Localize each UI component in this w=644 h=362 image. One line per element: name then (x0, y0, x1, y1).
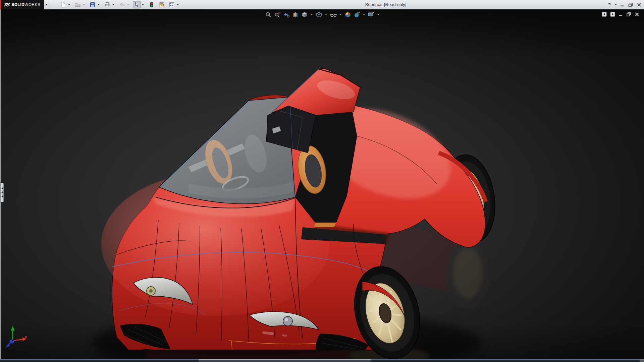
view-settings-dropdown[interactable] (377, 14, 379, 15)
view-orientation-dropdown[interactable] (311, 14, 313, 15)
pane-right-arrow-icon (610, 12, 615, 17)
display-style-button[interactable] (315, 10, 323, 19)
color-ball-icon (344, 11, 351, 18)
menu-expand-button[interactable] (44, 0, 49, 9)
y-axis-arrowhead (11, 326, 15, 331)
cursor-arrow-icon (134, 2, 140, 8)
solidworks-wordmark: SOLIDWORKS (11, 2, 40, 7)
collapse-pane-button[interactable] (602, 12, 607, 17)
minimize-document-button[interactable] (619, 12, 623, 16)
standard-toolbar (59, 1, 182, 8)
file-properties-button[interactable] (158, 1, 165, 8)
print-dropdown[interactable] (112, 4, 114, 5)
view-orientation-button[interactable] (300, 10, 309, 19)
document-window-controls (602, 12, 639, 17)
window-controls: ? (606, 0, 642, 9)
traffic-light-icon (149, 2, 155, 8)
close-document-button[interactable] (635, 12, 639, 17)
document-title: Supercar [Read-only] (365, 0, 407, 9)
checklist-icon (169, 2, 175, 8)
wireframe-cube-icon (316, 11, 322, 18)
restore-button[interactable] (628, 1, 634, 8)
restore-icon (626, 12, 631, 17)
3ds-logo-mark: 3S (4, 2, 10, 7)
select-dropdown[interactable] (142, 4, 144, 5)
car-model-3d[interactable] (1, 9, 644, 359)
print-button[interactable] (103, 1, 111, 8)
save-dropdown[interactable] (98, 4, 100, 5)
save-floppy-icon (90, 2, 96, 8)
orientation-cube-icon (301, 11, 308, 18)
view-settings-button[interactable] (367, 10, 375, 19)
left-arrow-icon (1, 191, 3, 193)
solidworks-window: 3S SOLIDWORKS (0, 0, 644, 362)
magnifier-area-icon (274, 11, 281, 18)
apply-scene-dropdown[interactable] (363, 14, 365, 15)
zoom-to-fit-button[interactable] (264, 10, 272, 19)
left-arrow-icon (1, 195, 3, 197)
section-cube-icon (292, 11, 299, 18)
left-arrow-icon (1, 187, 3, 189)
right-arrow-icon (46, 3, 47, 6)
previous-view-button[interactable] (282, 10, 290, 19)
apply-scene-button[interactable] (353, 10, 361, 19)
view-orientation-label: *Dimetric (5, 353, 26, 358)
z-axis-hub (10, 340, 14, 344)
minimize-icon (620, 3, 624, 7)
heads-up-view-toolbar (264, 10, 381, 19)
restore-icon (628, 3, 633, 7)
graphics-viewport[interactable]: *Dimetric (0, 9, 644, 359)
undo-dropdown[interactable] (127, 4, 129, 5)
x-axis-arrowhead (22, 337, 26, 341)
new-document-button[interactable] (59, 1, 67, 8)
new-document-icon (60, 2, 66, 8)
options-dropdown[interactable] (177, 4, 179, 5)
featuremanager-collapse-handle[interactable] (1, 183, 4, 202)
eyeglasses-icon (330, 11, 337, 18)
help-button[interactable]: ? (606, 1, 612, 8)
minimize-icon (619, 12, 623, 16)
taskbar-edge (0, 359, 644, 362)
new-dropdown[interactable] (68, 4, 70, 5)
section-view-button[interactable] (291, 10, 300, 19)
note-hand-icon (159, 2, 165, 8)
open-folder-icon (75, 2, 81, 8)
close-button[interactable] (636, 1, 642, 8)
restore-document-button[interactable] (626, 12, 631, 17)
solidworks-logo: 3S SOLIDWORKS (0, 0, 44, 9)
triad-origin (12, 340, 13, 341)
hide-show-items-button[interactable] (329, 10, 337, 19)
taskbar-button-edge (199, 359, 371, 362)
taskbar-corner-nub (640, 359, 644, 362)
close-icon (635, 12, 639, 17)
options-button[interactable] (168, 1, 175, 8)
x-axis-label-mark (25, 336, 27, 338)
undo-button[interactable] (118, 1, 126, 8)
scene-flag-ball-icon (354, 11, 360, 18)
edit-appearance-button[interactable] (343, 10, 352, 19)
close-icon (637, 3, 641, 7)
printer-icon (104, 2, 110, 8)
select-tool-button[interactable] (133, 1, 141, 8)
monitor-icon (368, 11, 375, 18)
display-style-dropdown[interactable] (325, 14, 327, 15)
save-button[interactable] (89, 1, 96, 8)
open-dropdown[interactable] (83, 4, 85, 5)
orientation-triad (3, 325, 30, 351)
zoom-to-area-button[interactable] (273, 10, 281, 19)
back-arrow-magnifier-icon (283, 11, 290, 18)
open-document-button[interactable] (74, 1, 82, 8)
logo-red-stripe (0, 0, 1, 9)
minimize-button[interactable] (619, 1, 625, 8)
rebuild-button[interactable] (148, 1, 155, 8)
title-bar: 3S SOLIDWORKS (0, 0, 644, 9)
hide-show-items-dropdown[interactable] (339, 14, 341, 15)
undo-arrow-icon (119, 2, 125, 8)
expand-pane-button[interactable] (610, 12, 615, 17)
magnifier-icon (265, 11, 272, 18)
help-dropdown[interactable] (615, 4, 617, 5)
x-axis (13, 340, 23, 341)
pane-left-arrow-icon (602, 12, 607, 17)
